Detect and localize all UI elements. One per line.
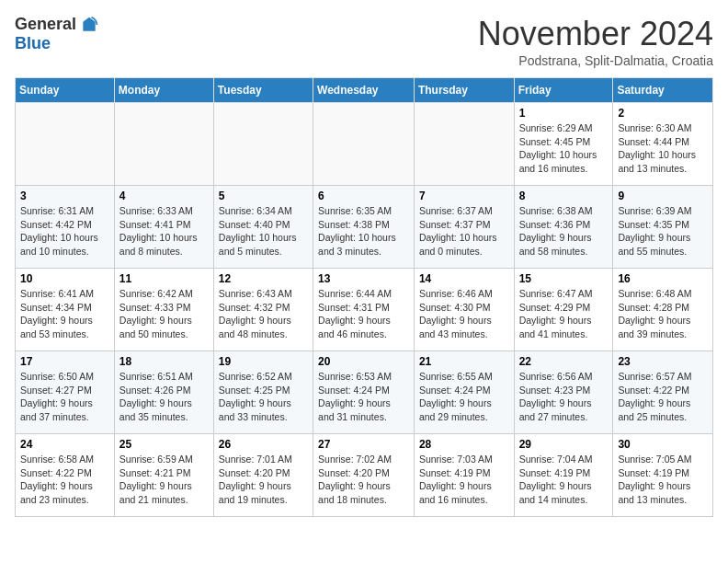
day-info: Sunrise: 6:37 AMSunset: 4:37 PMDaylight:… [419, 204, 509, 259]
calendar-cell: 11Sunrise: 6:42 AMSunset: 4:33 PMDayligh… [114, 269, 213, 351]
calendar-week-row: 1Sunrise: 6:29 AMSunset: 4:45 PMDaylight… [16, 103, 713, 186]
day-info: Sunrise: 6:44 AMSunset: 4:31 PMDaylight:… [318, 287, 409, 341]
day-number: 14 [419, 272, 509, 285]
calendar-cell: 30Sunrise: 7:05 AMSunset: 4:19 PMDayligh… [613, 434, 713, 517]
day-info: Sunrise: 7:04 AMSunset: 4:19 PMDaylight:… [519, 453, 609, 507]
calendar-cell: 18Sunrise: 6:51 AMSunset: 4:26 PMDayligh… [114, 351, 213, 434]
day-number: 27 [318, 438, 409, 451]
day-info: Sunrise: 6:48 AMSunset: 4:28 PMDaylight:… [618, 287, 708, 341]
calendar-cell: 6Sunrise: 6:35 AMSunset: 4:38 PMDaylight… [313, 186, 415, 269]
title-block: November 2024 Podstrana, Split-Dalmatia,… [478, 15, 713, 68]
day-info: Sunrise: 6:51 AMSunset: 4:26 PMDaylight:… [119, 370, 209, 424]
logo: General Blue [15, 15, 98, 53]
day-number: 11 [119, 272, 209, 285]
day-info: Sunrise: 6:42 AMSunset: 4:33 PMDaylight:… [119, 287, 209, 341]
calendar-cell: 12Sunrise: 6:43 AMSunset: 4:32 PMDayligh… [213, 269, 313, 351]
calendar-cell [114, 103, 213, 186]
calendar-cell [16, 103, 115, 186]
calendar-header-monday: Monday [114, 78, 213, 103]
calendar-header-sunday: Sunday [16, 78, 115, 103]
day-number: 4 [119, 190, 209, 202]
day-info: Sunrise: 6:47 AMSunset: 4:29 PMDaylight:… [519, 287, 609, 341]
day-number: 2 [618, 107, 708, 120]
day-info: Sunrise: 6:58 AMSunset: 4:22 PMDaylight:… [20, 453, 109, 507]
day-info: Sunrise: 6:30 AMSunset: 4:44 PMDaylight:… [618, 121, 708, 176]
day-number: 12 [219, 272, 308, 285]
day-number: 8 [519, 190, 609, 202]
location-subtitle: Podstrana, Split-Dalmatia, Croatia [478, 53, 713, 68]
day-number: 9 [618, 190, 708, 202]
day-info: Sunrise: 6:41 AMSunset: 4:34 PMDaylight:… [20, 287, 109, 341]
day-number: 26 [219, 438, 308, 451]
day-number: 3 [20, 190, 109, 202]
calendar-week-row: 24Sunrise: 6:58 AMSunset: 4:22 PMDayligh… [16, 434, 713, 517]
day-number: 23 [618, 355, 708, 368]
day-number: 18 [119, 355, 209, 368]
calendar-cell: 24Sunrise: 6:58 AMSunset: 4:22 PMDayligh… [16, 434, 115, 517]
day-number: 25 [119, 438, 209, 451]
day-info: Sunrise: 6:34 AMSunset: 4:40 PMDaylight:… [219, 204, 308, 259]
calendar-header-saturday: Saturday [613, 78, 713, 103]
calendar-cell: 8Sunrise: 6:38 AMSunset: 4:36 PMDaylight… [514, 186, 613, 269]
calendar-cell [313, 103, 415, 186]
calendar-body: 1Sunrise: 6:29 AMSunset: 4:45 PMDaylight… [16, 103, 713, 517]
day-number: 1 [519, 107, 609, 120]
day-info: Sunrise: 6:50 AMSunset: 4:27 PMDaylight:… [20, 370, 109, 424]
calendar-week-row: 10Sunrise: 6:41 AMSunset: 4:34 PMDayligh… [16, 269, 713, 351]
calendar-header-wednesday: Wednesday [313, 78, 415, 103]
day-info: Sunrise: 6:55 AMSunset: 4:24 PMDaylight:… [419, 370, 509, 424]
day-number: 5 [219, 190, 308, 202]
calendar-cell: 20Sunrise: 6:53 AMSunset: 4:24 PMDayligh… [313, 351, 415, 434]
day-number: 6 [318, 190, 409, 202]
calendar-header-tuesday: Tuesday [213, 78, 313, 103]
calendar-week-row: 17Sunrise: 6:50 AMSunset: 4:27 PMDayligh… [16, 351, 713, 434]
calendar-cell: 27Sunrise: 7:02 AMSunset: 4:20 PMDayligh… [313, 434, 415, 517]
calendar-header-thursday: Thursday [414, 78, 514, 103]
day-info: Sunrise: 6:31 AMSunset: 4:42 PMDaylight:… [20, 204, 109, 259]
day-info: Sunrise: 7:05 AMSunset: 4:19 PMDaylight:… [618, 453, 708, 507]
day-number: 21 [419, 355, 509, 368]
calendar-cell: 5Sunrise: 6:34 AMSunset: 4:40 PMDaylight… [213, 186, 313, 269]
calendar-cell: 2Sunrise: 6:30 AMSunset: 4:44 PMDaylight… [613, 103, 713, 186]
day-info: Sunrise: 6:33 AMSunset: 4:41 PMDaylight:… [119, 204, 209, 259]
day-number: 16 [618, 272, 708, 285]
day-info: Sunrise: 6:59 AMSunset: 4:21 PMDaylight:… [119, 453, 209, 507]
day-info: Sunrise: 6:38 AMSunset: 4:36 PMDaylight:… [519, 204, 609, 259]
calendar-cell: 19Sunrise: 6:52 AMSunset: 4:25 PMDayligh… [213, 351, 313, 434]
day-info: Sunrise: 6:29 AMSunset: 4:45 PMDaylight:… [519, 121, 609, 176]
calendar-cell: 21Sunrise: 6:55 AMSunset: 4:24 PMDayligh… [414, 351, 514, 434]
calendar-cell: 16Sunrise: 6:48 AMSunset: 4:28 PMDayligh… [613, 269, 713, 351]
day-info: Sunrise: 6:53 AMSunset: 4:24 PMDaylight:… [318, 370, 409, 424]
calendar-cell: 28Sunrise: 7:03 AMSunset: 4:19 PMDayligh… [414, 434, 514, 517]
calendar-header-friday: Friday [514, 78, 613, 103]
calendar-cell: 7Sunrise: 6:37 AMSunset: 4:37 PMDaylight… [414, 186, 514, 269]
calendar-cell: 13Sunrise: 6:44 AMSunset: 4:31 PMDayligh… [313, 269, 415, 351]
month-title: November 2024 [478, 15, 713, 53]
page-header: General Blue November 2024 Podstrana, Sp… [15, 15, 713, 68]
day-info: Sunrise: 6:39 AMSunset: 4:35 PMDaylight:… [618, 204, 708, 259]
day-number: 7 [419, 190, 509, 202]
calendar-cell: 9Sunrise: 6:39 AMSunset: 4:35 PMDaylight… [613, 186, 713, 269]
day-info: Sunrise: 6:57 AMSunset: 4:22 PMDaylight:… [618, 370, 708, 424]
calendar-cell: 4Sunrise: 6:33 AMSunset: 4:41 PMDaylight… [114, 186, 213, 269]
calendar-cell: 17Sunrise: 6:50 AMSunset: 4:27 PMDayligh… [16, 351, 115, 434]
logo-general-text: General [15, 15, 76, 34]
day-number: 20 [318, 355, 409, 368]
day-number: 22 [519, 355, 609, 368]
day-info: Sunrise: 6:43 AMSunset: 4:32 PMDaylight:… [219, 287, 308, 341]
calendar-cell: 22Sunrise: 6:56 AMSunset: 4:23 PMDayligh… [514, 351, 613, 434]
calendar-cell [414, 103, 514, 186]
calendar-cell: 3Sunrise: 6:31 AMSunset: 4:42 PMDaylight… [16, 186, 115, 269]
calendar-cell: 23Sunrise: 6:57 AMSunset: 4:22 PMDayligh… [613, 351, 713, 434]
day-info: Sunrise: 6:52 AMSunset: 4:25 PMDaylight:… [219, 370, 308, 424]
calendar-cell [213, 103, 313, 186]
day-number: 19 [219, 355, 308, 368]
day-number: 10 [20, 272, 109, 285]
day-info: Sunrise: 6:35 AMSunset: 4:38 PMDaylight:… [318, 204, 409, 259]
day-number: 17 [20, 355, 109, 368]
day-info: Sunrise: 7:02 AMSunset: 4:20 PMDaylight:… [318, 453, 409, 507]
day-number: 30 [618, 438, 708, 451]
logo-icon [80, 16, 98, 34]
calendar-cell: 15Sunrise: 6:47 AMSunset: 4:29 PMDayligh… [514, 269, 613, 351]
calendar-table: SundayMondayTuesdayWednesdayThursdayFrid… [15, 77, 713, 517]
